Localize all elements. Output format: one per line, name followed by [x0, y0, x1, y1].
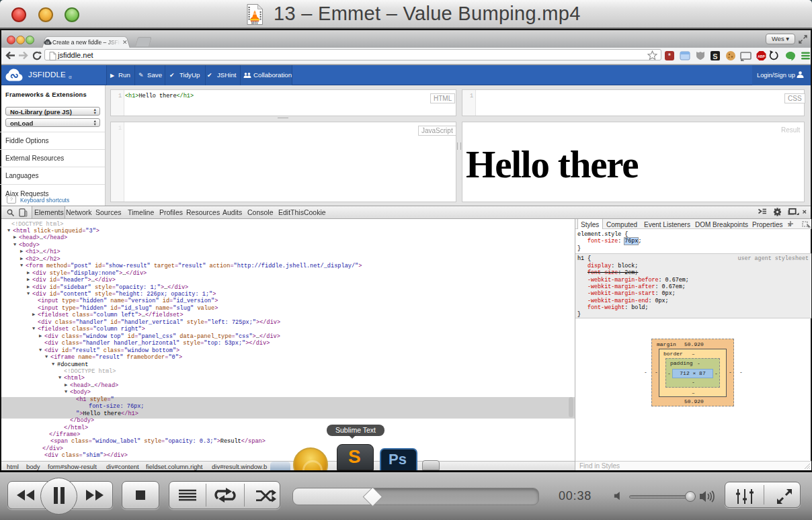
- svg-text:ABP: ABP: [758, 54, 765, 58]
- svg-text:co: co: [46, 41, 50, 44]
- svg-text:M4V: M4V: [251, 21, 259, 25]
- svg-text:S: S: [713, 52, 717, 60]
- svg-text:*: *: [668, 52, 672, 60]
